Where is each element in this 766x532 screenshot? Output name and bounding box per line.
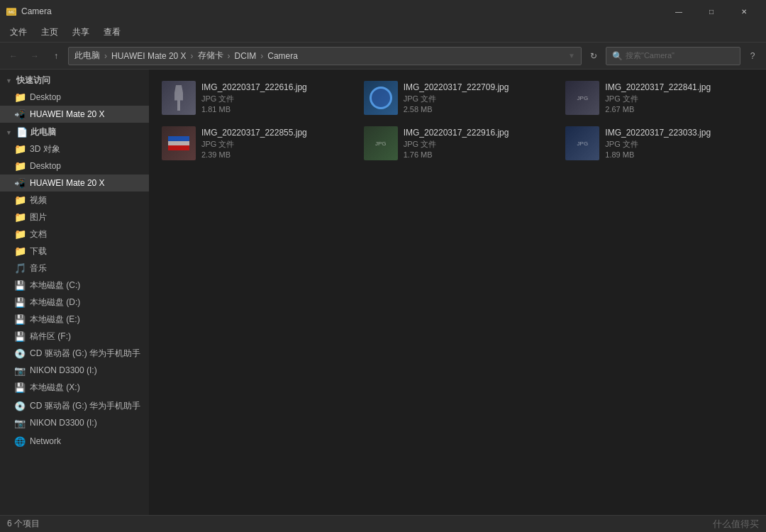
menu-home[interactable]: 主页 [34, 23, 65, 41]
sidebar-item-cdrom-g[interactable]: 💿 CD 驱动器 (G:) 华为手机助手 [0, 345, 149, 362]
sidebar-item-huawei[interactable]: 📲 HUAWEI Mate 20 X [0, 174, 149, 192]
sidebar-label-video: 视频 [30, 194, 47, 206]
sidebar-item-drive-f[interactable]: 💾 稿件区 (F:) [0, 328, 149, 345]
device-huawei-icon: 📲 [14, 177, 26, 189]
sidebar-item-drive-d[interactable]: 💾 本地磁盘 (D:) [0, 294, 149, 311]
svg-rect-2 [8, 8, 11, 9]
path-part-camera[interactable]: Camera [267, 51, 298, 61]
sidebar-label-drive-x: 本地磁盘 (X:) [30, 382, 80, 394]
sidebar-label-cdrom-g2: CD 驱动器 (G:) 华为手机助手 [30, 400, 140, 412]
file-thumbnail [162, 126, 196, 160]
status-item-count: 6 个项目 [7, 518, 40, 530]
sidebar-label-cdrom-g: CD 驱动器 (G:) 华为手机助手 [30, 348, 140, 360]
file-thumbnail: JPG [565, 126, 599, 160]
folder-documents-icon: 📁 [14, 228, 26, 240]
sidebar-item-documents[interactable]: 📁 文档 [0, 226, 149, 243]
network-icon: 🌐 [14, 436, 26, 447]
sidebar-item-huawei-quick[interactable]: 📲 HUAWEI Mate 20 X [0, 106, 149, 123]
refresh-button[interactable]: ↻ [584, 47, 603, 65]
sidebar-item-desktop[interactable]: 📁 Desktop [0, 157, 149, 174]
sidebar-section-extra: 💿 CD 驱动器 (G:) 华为手机助手 📷 NIKON D3300 (I:) [0, 397, 149, 431]
sidebar-item-nikon[interactable]: 📷 NIKON D3300 (I:) [0, 362, 149, 379]
menu-file[interactable]: 文件 [3, 23, 34, 41]
forward-button[interactable]: → [26, 47, 44, 65]
folder-desktop-icon: 📁 [14, 160, 26, 172]
drive-d-icon: 💾 [14, 297, 26, 308]
sidebar-label-3d: 3D 对象 [30, 143, 60, 155]
sidebar-this-pc-header[interactable]: ▼ 📄 此电脑 [0, 124, 149, 140]
menu-bar: 文件 主页 共享 查看 [0, 23, 766, 43]
folder-3d-icon: 📁 [14, 143, 26, 155]
sidebar-item-3d[interactable]: 📁 3D 对象 [0, 140, 149, 157]
sidebar-item-pictures[interactable]: 📁 图片 [0, 209, 149, 226]
file-name: IMG_20220317_222616.jpg [201, 82, 350, 92]
file-item[interactable]: JPG IMG_20220317_222916.jpg JPG 文件 1.76 … [358, 122, 557, 165]
sidebar-item-drive-e[interactable]: 💾 本地磁盘 (E:) [0, 311, 149, 328]
minimize-button[interactable]: — [662, 0, 695, 23]
nikon-icon: 📷 [14, 365, 26, 376]
file-item[interactable]: JPG IMG_20220317_223033.jpg JPG 文件 1.89 … [560, 122, 759, 165]
window-title: Camera [21, 6, 52, 16]
file-name: IMG_20220317_222916.jpg [404, 128, 552, 138]
file-type: JPG 文件 [605, 139, 753, 150]
device-icon: 📲 [14, 109, 26, 120]
drive-x-icon: 💾 [14, 382, 26, 393]
path-part-pc[interactable]: 此电脑 [74, 50, 100, 62]
file-item[interactable]: IMG_20220317_222616.jpg JPG 文件 1.81 MB [156, 77, 355, 119]
cdrom-g-icon: 💿 [14, 348, 26, 359]
sidebar-label-documents: 文档 [30, 228, 47, 240]
sidebar-item-drive-x[interactable]: 💾 本地磁盘 (X:) [0, 379, 149, 396]
address-path[interactable]: 此电脑 › HUAWEI Mate 20 X › 存储卡 › DCIM › Ca… [68, 47, 582, 65]
title-controls: — □ ✕ [662, 0, 760, 23]
sidebar-item-music[interactable]: 🎵 音乐 [0, 260, 149, 277]
sidebar-item-video[interactable]: 📁 视频 [0, 192, 149, 209]
file-item[interactable]: IMG_20220317_222855.jpg JPG 文件 2.39 MB [156, 122, 355, 165]
file-item[interactable]: JPG IMG_20220317_222841.jpg JPG 文件 2.67 … [560, 77, 759, 119]
sidebar-label-huawei-quick: HUAWEI Mate 20 X [30, 109, 105, 119]
path-part-dcim[interactable]: DCIM [235, 51, 257, 61]
sidebar-item-drive-c[interactable]: 💾 本地磁盘 (C:) [0, 277, 149, 294]
file-grid: IMG_20220317_222616.jpg JPG 文件 1.81 MB I… [156, 77, 759, 165]
file-item[interactable]: IMG_20220317_222709.jpg JPG 文件 2.58 MB [358, 77, 557, 119]
sidebar-quick-access-header[interactable]: ▼ 快速访问 [0, 72, 149, 89]
path-part-device[interactable]: HUAWEI Mate 20 X [111, 51, 187, 61]
sidebar-item-cdrom-g2[interactable]: 💿 CD 驱动器 (G:) 华为手机助手 [0, 397, 149, 414]
sidebar: ▼ 快速访问 📁 Desktop 📲 HUAWEI Mate 20 X ▼ 📄 … [0, 70, 149, 515]
main-area: ▼ 快速访问 📁 Desktop 📲 HUAWEI Mate 20 X ▼ 📄 … [0, 70, 766, 515]
file-size: 2.39 MB [201, 150, 350, 159]
folder-video-icon: 📁 [14, 194, 26, 206]
maximize-button[interactable]: □ [695, 0, 728, 23]
file-thumbnail [364, 81, 398, 115]
cdrom-g2-icon: 💿 [14, 400, 26, 411]
path-part-storage[interactable]: 存储卡 [198, 50, 223, 62]
menu-share[interactable]: 共享 [65, 23, 96, 41]
sidebar-label-drive-e: 本地磁盘 (E:) [30, 314, 80, 326]
file-name: IMG_20220317_222709.jpg [404, 82, 552, 92]
folder-music-icon: 🎵 [14, 262, 26, 274]
file-size: 1.76 MB [404, 150, 552, 159]
up-button[interactable]: ↑ [47, 47, 65, 65]
search-box[interactable]: 🔍 搜索"Camera" [606, 47, 740, 65]
drive-c-icon: 💾 [14, 279, 26, 291]
sidebar-item-desktop-quick[interactable]: 📁 Desktop [0, 89, 149, 106]
close-button[interactable]: ✕ [728, 0, 760, 23]
nikon2-icon: 📷 [14, 417, 26, 428]
quick-access-label: 快速访问 [16, 74, 50, 87]
sidebar-label-downloads: 下载 [30, 245, 47, 257]
file-size: 2.67 MB [605, 105, 753, 113]
file-thumbnail [162, 81, 196, 115]
sidebar-item-downloads[interactable]: 📁 下载 [0, 243, 149, 260]
menu-view[interactable]: 查看 [96, 23, 128, 41]
file-type: JPG 文件 [201, 139, 350, 150]
file-info: IMG_20220317_222916.jpg JPG 文件 1.76 MB [404, 128, 552, 159]
status-bar: 6 个项目 什么值得买 [0, 515, 766, 532]
sidebar-label-drive-f: 稿件区 (F:) [30, 331, 71, 343]
this-pc-label: 此电脑 [30, 126, 56, 138]
chevron-icon-pc: ▼ [6, 129, 12, 136]
path-dropdown-icon[interactable]: ▼ [568, 52, 575, 60]
drive-f-icon: 💾 [14, 331, 26, 342]
back-button[interactable]: ← [4, 47, 23, 65]
sidebar-item-nikon2[interactable]: 📷 NIKON D3300 (I:) [0, 414, 149, 431]
sidebar-item-network[interactable]: 🌐 Network [0, 433, 149, 450]
help-button[interactable]: ? [743, 47, 762, 65]
